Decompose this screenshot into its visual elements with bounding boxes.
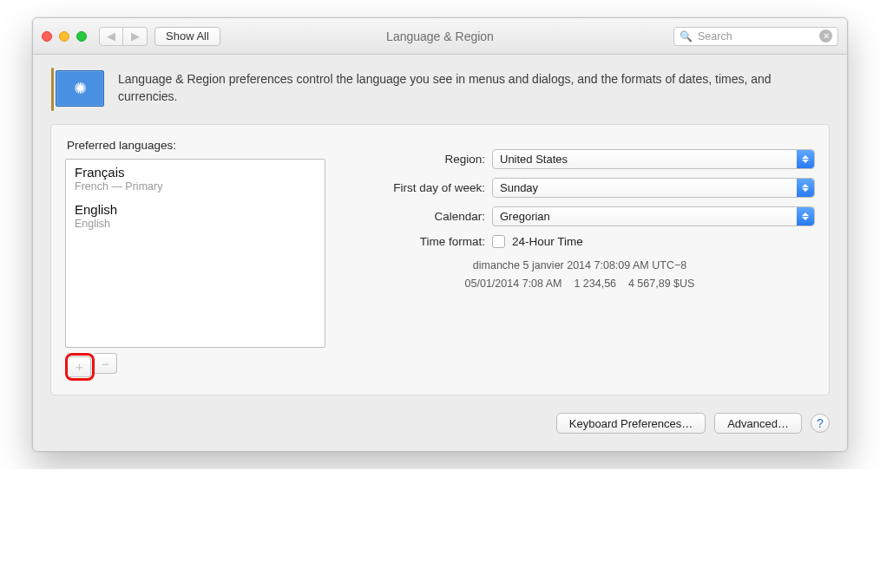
titlebar: ◀ ▶ Show All Language & Region 🔍 Search … — [33, 18, 847, 55]
calendar-select[interactable]: Gregorian — [492, 206, 815, 226]
nav-buttons: ◀ ▶ — [99, 27, 148, 46]
chevron-updown-icon — [797, 150, 814, 168]
region-value: United States — [500, 153, 568, 166]
region-settings: Region: United States First day of week:… — [345, 137, 815, 381]
add-language-button[interactable]: ＋ — [69, 356, 91, 377]
time-format-label: Time format: — [345, 235, 492, 248]
calendar-label: Calendar: — [345, 210, 492, 223]
forward-button[interactable]: ▶ — [123, 27, 148, 46]
keyboard-preferences-button[interactable]: Keyboard Preferences… — [556, 413, 706, 434]
preferred-languages-label: Preferred languages: — [67, 139, 325, 152]
zoom-icon[interactable] — [76, 31, 87, 42]
preferred-languages-section: Preferred languages: Français French — P… — [65, 137, 325, 381]
show-all-button[interactable]: Show All — [154, 27, 220, 46]
time-format-checkbox[interactable]: 24-Hour Time — [492, 235, 815, 248]
format-sample: dimanche 5 janvier 2014 7:08:09 AM UTC−8… — [345, 257, 815, 294]
language-list[interactable]: Français French — Primary English Englis… — [65, 159, 325, 348]
remove-language-button[interactable]: − — [95, 353, 117, 374]
language-subtitle: French — Primary — [75, 180, 316, 193]
region-select[interactable]: United States — [492, 149, 815, 169]
calendar-value: Gregorian — [500, 210, 550, 223]
settings-panel: Preferred languages: Français French — P… — [50, 124, 830, 395]
header: ✺ Language & Region preferences control … — [33, 55, 847, 119]
language-name: Français — [75, 165, 316, 180]
checkbox-icon — [492, 235, 505, 248]
language-subtitle: English — [75, 218, 316, 230]
first-day-select[interactable]: Sunday — [492, 178, 815, 198]
search-icon: 🔍 — [680, 30, 693, 42]
first-day-value: Sunday — [500, 181, 538, 194]
help-button[interactable]: ? — [811, 414, 830, 433]
first-day-label: First day of week: — [345, 181, 492, 194]
time-format-text: 24-Hour Time — [512, 235, 583, 248]
add-button-highlight: ＋ — [65, 353, 95, 381]
back-button[interactable]: ◀ — [99, 27, 123, 46]
chevron-updown-icon — [797, 179, 814, 197]
language-name: English — [75, 202, 316, 217]
minimize-icon[interactable] — [59, 31, 69, 42]
footer: Keyboard Preferences… Advanced… ? — [33, 413, 847, 451]
list-item[interactable]: Français French — Primary — [66, 160, 325, 197]
header-description: Language & Region preferences control th… — [118, 70, 824, 106]
list-item[interactable]: English English — [66, 197, 325, 234]
region-label: Region: — [345, 153, 492, 166]
un-flag-icon: ✺ — [56, 70, 104, 107]
search-input[interactable]: 🔍 Search ✕ — [673, 27, 838, 46]
window-controls — [42, 31, 87, 42]
add-remove-controls: ＋ − — [65, 353, 325, 381]
preferences-window: ◀ ▶ Show All Language & Region 🔍 Search … — [32, 17, 848, 452]
close-icon[interactable] — [42, 31, 52, 42]
search-placeholder: Search — [698, 30, 732, 42]
advanced-button[interactable]: Advanced… — [714, 413, 802, 434]
chevron-updown-icon — [797, 207, 814, 225]
clear-icon[interactable]: ✕ — [819, 29, 832, 42]
